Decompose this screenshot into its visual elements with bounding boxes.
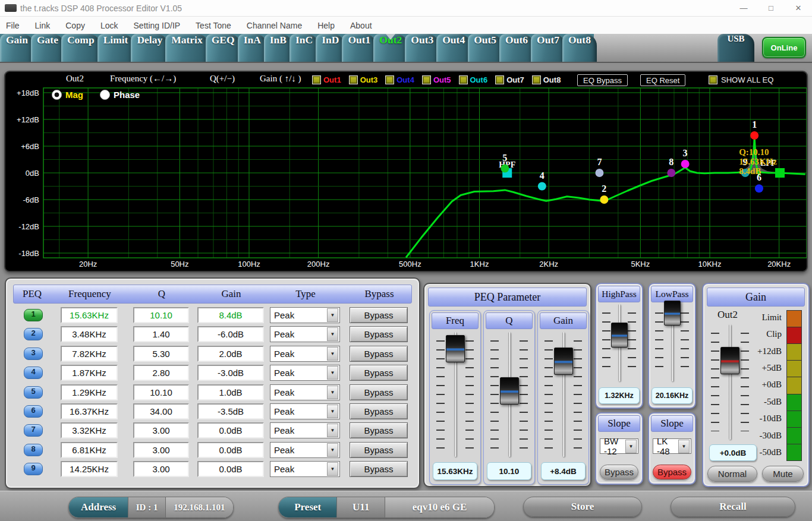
legend-out8[interactable]: Out8 (532, 75, 561, 84)
output-gain-value[interactable]: +0.0dB (709, 444, 757, 461)
q-value[interactable]: 3.00 (133, 461, 189, 477)
legend-out4[interactable]: Out4 (385, 75, 414, 84)
q-fader-handle[interactable] (500, 377, 519, 405)
mute-button[interactable]: Mute (762, 466, 804, 482)
freq-slider[interactable] (436, 331, 474, 458)
q-value[interactable]: 10.10 (133, 384, 189, 400)
band-marker-7[interactable] (595, 169, 603, 177)
band-marker-3[interactable] (681, 160, 690, 168)
eq-graph[interactable]: +18dB+12dB+6dB0dB-6dB-12dB-18dB20Hz50Hz1… (5, 72, 807, 271)
menu-item-setting-id-ip[interactable]: Setting ID/IP (134, 21, 181, 30)
frequency-value[interactable]: 7.82KHz (61, 346, 118, 362)
gain-value[interactable]: 1.0dB (197, 384, 264, 400)
highpass-value[interactable]: 1.32KHz (599, 387, 640, 404)
bypass-button[interactable]: Bypass (350, 326, 408, 342)
band-badge-7[interactable]: 7 (24, 424, 43, 437)
band-badge-6[interactable]: 6 (24, 405, 43, 418)
tab-delay[interactable]: Delay (131, 34, 168, 62)
menu-item-channel-name[interactable]: Channel Name (247, 21, 302, 30)
radio-selected-icon[interactable] (52, 90, 62, 100)
out1-checkbox[interactable] (312, 75, 321, 84)
type-select[interactable]: Peak▼ (270, 442, 340, 458)
band-marker-8[interactable] (667, 169, 675, 177)
q-value[interactable]: 3.00 (133, 422, 189, 438)
highpass-slope-select[interactable]: BW -12 ▼ (600, 438, 638, 454)
frequency-value[interactable]: 3.48KHz (61, 326, 118, 342)
tab-gain[interactable]: Gain (0, 34, 34, 62)
band-badge-8[interactable]: 8 (24, 444, 43, 456)
type-select[interactable]: Peak▼ (270, 422, 340, 438)
close-button[interactable]: ✕ (785, 0, 812, 16)
menu-item-link[interactable]: Link (35, 21, 51, 30)
q-value[interactable]: 34.00 (133, 403, 189, 419)
gain-fader-handle[interactable] (554, 348, 573, 375)
legend-out3[interactable]: Out3 (349, 75, 378, 84)
frequency-value[interactable]: 1.87KHz (61, 365, 118, 381)
eq-bypass-button[interactable]: EQ Bypass (577, 74, 628, 86)
store-button[interactable]: Store (523, 497, 642, 517)
out8-checkbox[interactable] (532, 75, 541, 84)
tab-out4[interactable]: Out4 (436, 34, 471, 62)
band-badge-3[interactable]: 3 (24, 348, 43, 360)
lowpass-slope-select[interactable]: LK -48 ▼ (653, 438, 691, 454)
frequency-value[interactable]: 15.63KHz (61, 307, 118, 323)
q-value[interactable]: 1.40 (133, 326, 189, 342)
dropdown-arrow-icon[interactable]: ▼ (327, 386, 338, 399)
gain-value[interactable]: 0.0dB (197, 442, 264, 458)
out6-checkbox[interactable] (459, 75, 468, 84)
freq-value[interactable]: 15.63KHz (433, 462, 477, 480)
q-value[interactable]: 10.10 (133, 307, 189, 323)
type-select[interactable]: Peak▼ (270, 307, 340, 323)
tab-out1[interactable]: Out1 (342, 34, 376, 62)
type-select[interactable]: Peak▼ (270, 346, 340, 362)
dropdown-arrow-icon[interactable]: ▼ (327, 443, 338, 457)
q-value[interactable]: 3.00 (133, 442, 189, 458)
tab-out3[interactable]: Out3 (405, 34, 439, 62)
gain-value[interactable]: 0.0dB (197, 461, 264, 477)
band-badge-4[interactable]: 4 (24, 367, 43, 379)
lowpass-bypass-button[interactable]: Bypass (653, 465, 691, 479)
tab-out2[interactable]: Out2 (373, 34, 408, 62)
q-value[interactable]: 10.10 (487, 462, 531, 480)
tab-geq[interactable]: GEQ (206, 34, 241, 62)
band-marker-1[interactable] (750, 131, 759, 140)
band-badge-1[interactable]: 1 (24, 309, 43, 321)
mag-radio[interactable]: Mag (52, 90, 83, 100)
tab-out6[interactable]: Out6 (499, 34, 534, 62)
out7-checkbox[interactable] (495, 75, 504, 84)
tab-ind[interactable]: InD (316, 34, 345, 62)
frequency-value[interactable]: 1.29KHz (61, 384, 118, 400)
type-select[interactable]: Peak▼ (270, 326, 340, 342)
menu-item-copy[interactable]: Copy (65, 21, 85, 30)
out5-checkbox[interactable] (422, 75, 431, 84)
menu-item-file[interactable]: File (6, 21, 20, 30)
band-marker-6[interactable] (755, 184, 763, 192)
band-marker-2[interactable] (600, 195, 608, 204)
dropdown-arrow-icon[interactable]: ▼ (327, 366, 338, 380)
gain-slider[interactable] (544, 331, 583, 458)
out4-checkbox[interactable] (385, 75, 394, 84)
bypass-button[interactable]: Bypass (350, 422, 408, 438)
bypass-button[interactable]: Bypass (350, 307, 408, 323)
legend-out1[interactable]: Out1 (312, 75, 341, 84)
preset-button[interactable]: Preset (279, 497, 336, 517)
maximize-button[interactable]: □ (757, 0, 785, 16)
legend-out5[interactable]: Out5 (422, 75, 451, 84)
dropdown-arrow-icon[interactable]: ▼ (327, 405, 338, 418)
legend-out7[interactable]: Out7 (495, 75, 524, 84)
band-marker-4[interactable] (538, 182, 546, 191)
lowpass-value[interactable]: 20.16KHz (652, 387, 693, 404)
tab-gate[interactable]: Gate (31, 34, 64, 62)
dropdown-arrow-icon[interactable]: ▼ (678, 440, 690, 453)
tab-usb[interactable]: USB (717, 34, 754, 62)
lowpass-fader-handle[interactable] (664, 301, 681, 326)
address-button[interactable]: Address (69, 497, 128, 517)
gain-value[interactable]: +8.4dB (541, 462, 586, 480)
highpass-fader-handle[interactable] (611, 323, 628, 348)
dropdown-arrow-icon[interactable]: ▼ (327, 347, 338, 361)
frequency-value[interactable]: 3.32KHz (61, 422, 118, 438)
tab-matrix[interactable]: Matrix (165, 34, 208, 62)
gain-value[interactable]: 2.0dB (197, 346, 264, 362)
dropdown-arrow-icon[interactable]: ▼ (327, 327, 338, 341)
menu-item-help[interactable]: Help (317, 21, 335, 30)
